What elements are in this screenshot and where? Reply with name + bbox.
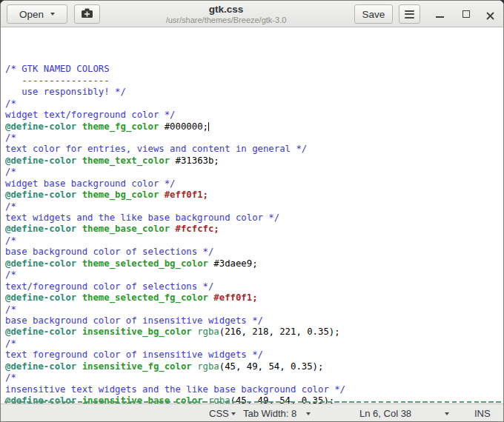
open-button[interactable]: Open [7, 4, 67, 24]
code-token: theme_text_color [82, 155, 170, 166]
code-line[interactable]: /* [5, 167, 503, 178]
code-token: theme_base_color [82, 224, 170, 234]
code-token: (45, 49, 54, 0.35); [219, 361, 324, 372]
code-line[interactable]: /* [5, 269, 503, 281]
code-token [76, 258, 82, 269]
code-token: #000000; [159, 121, 208, 132]
window-title-block: gtk.css /usr/share/themes/Breeze/gtk-3.0 [105, 4, 348, 24]
code-token: text widgets and the like base backgroun… [5, 212, 279, 223]
code-token: widget base background color */ [5, 178, 176, 189]
code-line[interactable]: text widgets and the like base backgroun… [5, 212, 503, 224]
code-token: use responsibly! */ [5, 87, 126, 97]
close-button[interactable] [486, 10, 494, 23]
text-cursor [208, 122, 209, 132]
save-button[interactable]: Save [354, 4, 393, 24]
chevron-down-icon[interactable] [231, 412, 236, 415]
code-line[interactable]: text foreground color of insensitive wid… [5, 349, 503, 361]
tab-width-dropdown[interactable]: Tab Width: 8 [243, 404, 296, 422]
cursor-position-label: Ln 6, Col 38 [359, 404, 411, 422]
code-line[interactable]: /* [5, 304, 503, 315]
code-token: widget text/foreground color */ [5, 110, 176, 120]
code-area[interactable]: /* GTK NAMED COLORS ---------------- use… [1, 27, 503, 403]
open-button-label: Open [19, 9, 44, 20]
code-line[interactable]: use responsibly! */ [5, 87, 503, 98]
close-icon [486, 12, 494, 20]
code-token [170, 224, 175, 234]
code-line[interactable]: base background color of insensitive wid… [5, 315, 503, 326]
code-token [76, 155, 82, 166]
code-token [76, 190, 82, 200]
code-token: insensitive_bg_color [82, 326, 192, 337]
code-line[interactable]: @define-color theme_base_color #fcfcfc; [5, 224, 503, 235]
code-line[interactable]: /* [5, 98, 503, 110]
code-token: /* [5, 372, 16, 383]
code-token: theme_selected_fg_color [82, 292, 208, 303]
code-token: #31363b; [170, 155, 219, 166]
code-token: /* [5, 304, 16, 315]
chevron-down-icon[interactable] [445, 412, 449, 415]
code-token: /* [5, 167, 16, 177]
document-path: /usr/share/themes/Breeze/gtk-3.0 [105, 16, 348, 24]
code-token: rgba [197, 361, 219, 372]
code-token: rgba [197, 326, 219, 337]
code-token: (216, 218, 221, 0.35); [219, 326, 340, 337]
code-token: @define-color [5, 121, 76, 132]
code-line[interactable]: text color for entries, views and conten… [5, 144, 503, 155]
code-token: #eff0f1; [213, 292, 257, 303]
code-line[interactable]: /* [5, 372, 503, 384]
gedit-window: Open gtk.css /usr/share/themes/Breeze/gt… [0, 0, 504, 422]
code-token [76, 121, 82, 132]
code-line[interactable]: widget base background color */ [5, 178, 503, 190]
minimize-button[interactable] [436, 16, 444, 18]
code-line[interactable]: @define-color insensitive_bg_color rgba(… [5, 326, 503, 338]
code-token: text/foreground color of selections */ [5, 281, 213, 292]
header-bar: Open gtk.css /usr/share/themes/Breeze/gt… [1, 1, 503, 27]
code-line[interactable]: /* GTK NAMED COLORS [5, 64, 503, 75]
code-token: base background color of insensitive wid… [5, 315, 263, 326]
code-line[interactable]: /* [5, 133, 503, 144]
maximize-button[interactable] [462, 10, 470, 18]
save-button-label: Save [362, 9, 385, 20]
code-token: #3daee9; [208, 258, 258, 269]
code-token: @define-color [5, 361, 76, 372]
language-dropdown[interactable]: CSS [209, 404, 229, 422]
code-line[interactable]: /* [5, 235, 503, 247]
new-document-icon [81, 8, 93, 21]
code-line[interactable]: @define-color theme_text_color #31363b; [5, 155, 503, 167]
code-token: text color for entries, views and conten… [5, 144, 307, 154]
code-token: /* GTK NAMED COLORS [5, 64, 110, 74]
code-line[interactable]: @define-color theme_bg_color #eff0f1; [5, 190, 503, 201]
code-line[interactable]: /* [5, 338, 503, 349]
code-line[interactable]: @define-color theme_fg_color #000000; [5, 121, 503, 133]
code-line[interactable]: @define-color theme_selected_bg_color #3… [5, 258, 503, 269]
code-line[interactable]: widget text/foreground color */ [5, 110, 503, 121]
clipped-next-line [4, 401, 503, 403]
code-token [159, 190, 164, 200]
chevron-down-icon[interactable] [306, 412, 311, 415]
code-token: theme_fg_color [82, 121, 159, 132]
code-line[interactable]: @define-color insensitive_fg_color rgba(… [5, 361, 503, 372]
code-token: @define-color [5, 292, 76, 303]
code-token: /* [5, 338, 16, 349]
code-token: text foreground color of insensitive wid… [5, 349, 263, 360]
code-line[interactable]: /* [5, 201, 503, 212]
code-token: @define-color [5, 190, 76, 200]
menu-button[interactable] [399, 4, 420, 24]
code-token [76, 361, 82, 372]
code-token: @define-color [5, 155, 76, 166]
code-line[interactable]: text/foreground color of selections */ [5, 281, 503, 292]
code-token: /* [5, 201, 16, 212]
new-document-button[interactable] [74, 4, 100, 24]
code-token: /* [5, 98, 16, 109]
code-token [76, 224, 82, 234]
code-token: base background color of selections */ [5, 247, 213, 257]
code-line[interactable]: base background color of selections */ [5, 247, 503, 258]
hamburger-icon [405, 10, 414, 12]
code-line[interactable]: insensitive text widgets and the like ba… [5, 384, 503, 395]
code-line[interactable]: @define-color theme_selected_fg_color #e… [5, 292, 503, 304]
code-token: insensitive_fg_color [82, 361, 192, 372]
document-title: gtk.css [105, 4, 348, 15]
code-token: @define-color [5, 258, 76, 269]
code-token: theme_selected_bg_color [82, 258, 208, 269]
code-line[interactable]: ---------------- [5, 76, 503, 87]
